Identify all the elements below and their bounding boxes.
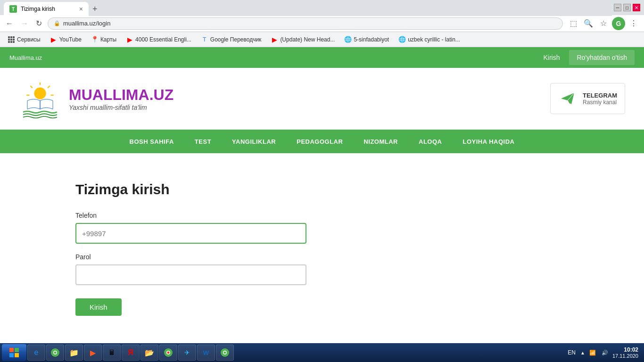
main-navigation: BOSH SAHIFA TEST YANGILIKLAR PEDAGOGLAR … [0,130,644,153]
menu-icon[interactable]: ⋮ [627,17,640,30]
logo-image [19,77,61,120]
url-bar[interactable]: 🔒 muallima.uz/login [48,17,563,30]
bookmark-update[interactable]: ▶ (Update) New Head... [267,34,339,45]
nav-pedagoglar[interactable]: PEDAGOGLAR [286,130,353,153]
grid-icon [8,36,15,43]
telegram-subtitle: Rasmiy kanal [583,99,617,106]
bookmark-translate[interactable]: T Google Переводчик [197,34,265,45]
profile-avatar[interactable]: G [612,17,625,30]
nav-bosh-sahifa[interactable]: BOSH SAHIFA [119,130,184,153]
cast-icon[interactable]: ⬚ [567,17,580,30]
bookmark-youtube[interactable]: ▶ YouTube [46,34,85,45]
globe3-icon: 🌐 [398,36,406,43]
active-tab[interactable]: T Tizimga kirish × [4,2,89,16]
submit-button[interactable]: Kirish [75,298,122,316]
title-bar: T Tizimga kirish × + ─ □ ✕ [0,0,644,15]
site-header: MUALLIMA.UZ Yaxshi muallim-sifatli ta'li… [0,68,644,130]
phone-form-group: Telefon [75,212,302,244]
url-text: muallima.uz/login [63,20,110,27]
telegram-block[interactable]: TELEGRAM Rasmiy kanal [550,83,625,114]
minimize-button[interactable]: ─ [614,4,621,11]
top-navigation: Muallima.uz Kirish Ro'yhatdan o'tish [0,47,644,68]
telegram-title: TELEGRAM [583,92,617,99]
website: Muallima.uz Kirish Ro'yhatdan o'tish [0,47,644,335]
svg-point-0 [34,88,46,99]
bookmark-label: (Update) New Head... [280,36,335,43]
zoom-icon[interactable]: 🔍 [582,17,595,30]
logo-text: MUALLIMA.UZ Yaxshi muallim-sifatli ta'li… [69,86,173,111]
tab-title: Tizimga kirish [21,6,75,12]
logo-area: MUALLIMA.UZ Yaxshi muallim-sifatli ta'li… [19,77,173,120]
forward-button[interactable]: → [19,17,30,30]
nav-loyiha[interactable]: LOYIHA HAQIDA [452,130,525,153]
bookmark-label: Сервисы [17,36,41,43]
translate-icon: T [201,36,208,43]
nav-aloqa[interactable]: ALOQA [408,130,452,153]
bookmark-label: 4000 Essential Engli... [135,36,191,43]
nav-test[interactable]: TEST [184,130,222,153]
kirish-link[interactable]: Kirish [536,50,567,65]
login-page-content: Tizimga kirish Telefon Parol Kirish [0,153,377,335]
nav-yangiliklar[interactable]: YANGILIKLAR [222,130,286,153]
royhatdan-link[interactable]: Ro'yhatdan o'tish [569,50,635,65]
youtube2-icon: ▶ [126,36,133,43]
maps-icon: 📍 [91,36,99,43]
password-input[interactable] [75,264,306,285]
maximize-button[interactable]: □ [623,4,631,11]
bookmark-label: YouTube [59,36,82,43]
globe2-icon: 🌐 [344,36,352,43]
toolbar-icons: ⬚ 🔍 ☆ G ⋮ [567,17,640,30]
browser-window: T Tizimga kirish × + ─ □ ✕ ← → ↻ 🔒 muall… [0,0,644,335]
youtube-icon: ▶ [50,36,58,43]
address-bar: ← → ↻ 🔒 muallima.uz/login ⬚ 🔍 ☆ G ⋮ [0,15,644,32]
page-title: Tizimga kirish [75,181,302,197]
telegram-text: TELEGRAM Rasmiy kanal [583,92,617,106]
password-label: Parol [75,253,302,261]
star-icon[interactable]: ☆ [597,17,610,30]
bookmark-label: 5-sinfadabiyot [354,36,389,43]
youtube3-icon: ▶ [271,36,278,43]
bookmark-label: uzbek cyrillic - latin... [408,36,460,43]
site-brand: Muallima.uz [9,54,42,61]
nav-nizomlar[interactable]: NIZOMLAR [353,130,408,153]
phone-label: Telefon [75,212,302,219]
window-controls: ─ □ ✕ [614,4,640,11]
bookmark-maps[interactable]: 📍 Карты [87,34,120,45]
tab-close-button[interactable]: × [79,5,83,13]
svg-marker-7 [561,93,574,104]
password-form-group: Parol [75,253,302,285]
phone-input[interactable] [75,223,306,244]
bookmark-label: Google Переводчик [210,36,262,43]
logo-subtitle: Yaxshi muallim-sifatli ta'lim [69,104,173,111]
new-tab-button[interactable]: + [89,2,101,16]
bookmark-label: Карты [100,36,116,43]
bookmark-4000[interactable]: ▶ 4000 Essential Engli... [122,34,195,45]
close-button[interactable]: ✕ [633,4,640,11]
bookmark-uzbek[interactable]: 🌐 uzbek cyrillic - latin... [395,34,464,45]
telegram-icon [558,89,577,108]
svg-line-2 [48,86,50,88]
reload-button[interactable]: ↻ [34,17,44,30]
bookmark-servisy[interactable]: Сервисы [4,34,44,45]
back-button[interactable]: ← [4,17,15,30]
logo-title: MUALLIMA.UZ [69,86,173,104]
top-nav-links: Kirish Ro'yhatdan o'tish [536,50,635,65]
lock-icon: 🔒 [54,20,60,26]
svg-line-4 [30,86,33,88]
bookmarks-bar: Сервисы ▶ YouTube 📍 Карты ▶ 4000 Essenti… [0,32,644,47]
bookmark-5sinf[interactable]: 🌐 5-sinfadabiyot [340,34,393,45]
tab-favicon: T [9,5,17,13]
